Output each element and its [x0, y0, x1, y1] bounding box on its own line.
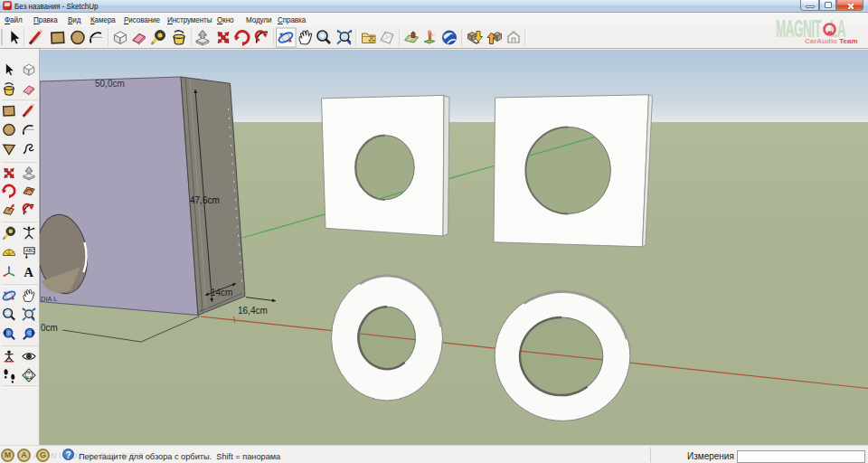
svg-text:50,0cm: 50,0cm — [95, 79, 125, 89]
svg-text:0cm: 0cm — [41, 323, 58, 333]
svg-text:14cm: 14cm — [211, 288, 232, 298]
svg-text:DIA L: DIA L — [41, 295, 57, 303]
svg-text:47,6cm: 47,6cm — [190, 195, 220, 205]
svg-text:16,4cm: 16,4cm — [238, 306, 268, 316]
